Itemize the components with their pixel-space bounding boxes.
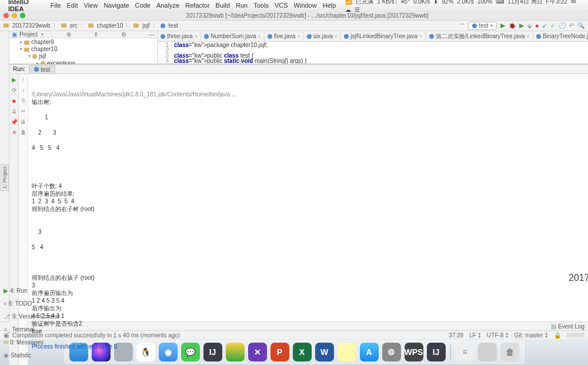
close-tab-icon[interactable]: × — [527, 34, 530, 39]
tree-item[interactable]: ▸chapter9 — [12, 39, 155, 46]
hide-icon[interactable]: — — [149, 31, 155, 38]
menu-vcs[interactable]: VCS — [275, 2, 288, 9]
console-line — [32, 259, 588, 266]
menu-window[interactable]: Window — [294, 2, 317, 9]
tree-item[interactable]: ▾jsjf — [12, 53, 155, 60]
left-tab-0[interactable]: 1: Project — [1, 164, 9, 191]
run-toolbar-button[interactable]: ▶ — [11, 76, 18, 83]
menubar-status-item[interactable]: ⬇ — [433, 0, 438, 5]
git-update-icon[interactable]: ↙ — [542, 22, 547, 29]
settings-icon[interactable]: ⚙ — [121, 31, 126, 38]
profile-icon[interactable]: ⬙ — [527, 22, 532, 29]
app-name[interactable]: IntelliJ IDEA — [8, 0, 45, 12]
git-revert-icon[interactable]: ↶ — [569, 22, 574, 29]
code-area[interactable]: class="kw">package chapter10.jsjf; class… — [172, 42, 588, 63]
menubar-status-item[interactable]: 45° — [401, 0, 410, 5]
breadcrumb-item[interactable]: chapter10 — [97, 22, 123, 29]
editor-tab[interactable]: 第二次实验/LinkedBinaryTree.java× — [426, 31, 533, 41]
run-toolbar-button[interactable]: ⇊ — [11, 108, 18, 115]
editor-tab[interactable]: jsjf\LinkedBinaryTree.java× — [341, 31, 426, 41]
search-icon[interactable]: 🔍 — [577, 22, 584, 29]
breadcrumb-item[interactable]: test — [169, 22, 178, 29]
debug-icon[interactable]: 🐞 — [509, 22, 516, 29]
close-tab-icon[interactable]: × — [335, 34, 338, 39]
left-tool-strip: 1: Project7: Structure2: Favorites — [0, 31, 9, 322]
status-menu-icon[interactable]: ▣ — [4, 332, 9, 339]
close-window-icon[interactable] — [4, 13, 9, 18]
menubar-status-item[interactable]: 1 KB/s↓ — [377, 0, 397, 5]
project-header[interactable]: ▣ Project ▾ ⊕ ⇕ ⚙ — — [9, 31, 157, 38]
menu-code[interactable]: Code — [135, 2, 151, 9]
menubar-status-item[interactable]: 📶 — [345, 0, 352, 5]
build-icon[interactable]: ⌃ — [460, 22, 465, 29]
editor-tab[interactable]: NumberSum.java× — [201, 31, 265, 41]
breadcrumb-item[interactable]: 20172329wwb — [12, 22, 51, 29]
bottom-tool-icon: ▶ — [4, 287, 8, 294]
tree-item[interactable]: ▾chapter10 — [12, 46, 155, 53]
coverage-icon[interactable]: ▶ — [519, 22, 524, 29]
editor-tab[interactable]: six.java× — [304, 31, 342, 41]
tree-arrow-icon[interactable]: ▾ — [20, 46, 22, 53]
menubar-status-item[interactable]: 2.0K/s — [457, 0, 473, 5]
console-output[interactable]: /Library/Java/JavaVirtualMachines/jdk1.8… — [28, 74, 588, 365]
run-tab[interactable]: test — [29, 65, 55, 73]
menu-refactor[interactable]: Refactor — [185, 2, 210, 9]
console-toolbar-button[interactable]: ⎘ — [20, 97, 27, 104]
console-line: 4 5 2 5 4 3 1 — [32, 312, 588, 320]
console-toolbar-button[interactable]: ↵ — [20, 108, 27, 115]
stop-icon[interactable]: ■ — [536, 23, 539, 29]
tab-label: six.java — [313, 33, 333, 39]
menubar-status-item[interactable]: ✉ — [571, 0, 576, 5]
menubar-status-item[interactable]: ⌨ — [496, 0, 504, 5]
menu-help[interactable]: Help — [323, 2, 336, 9]
menubar-status-item[interactable]: 100% — [477, 0, 493, 5]
menu-file[interactable]: File — [51, 2, 61, 9]
close-tab-icon[interactable]: × — [419, 34, 422, 39]
run-toolbar-button[interactable]: ■ — [11, 97, 18, 104]
git-commit-icon[interactable]: ✓ — [550, 22, 555, 29]
menubar-status-item[interactable]: 92% — [442, 0, 453, 5]
close-tab-icon[interactable]: × — [258, 34, 260, 39]
menu-navigate[interactable]: Navigate — [103, 2, 129, 9]
menubar-status-item[interactable]: 已充满 — [356, 0, 373, 5]
run-toolbar-button[interactable]: ✕ — [11, 129, 18, 136]
console-toolbar-button[interactable]: 🖨 — [20, 118, 27, 125]
console-toolbar-button[interactable]: ↓ — [20, 86, 27, 93]
target-icon[interactable]: ⊕ — [66, 31, 71, 38]
menubar-status-item[interactable]: 11月4日 周日 下午3:22 — [507, 0, 567, 5]
run-icon[interactable]: ▶ — [500, 22, 505, 29]
tree-arrow-icon[interactable]: ▸ — [20, 39, 22, 46]
collapse-icon[interactable]: ⇕ — [93, 31, 98, 38]
breadcrumb-separator-icon: 〉 — [80, 22, 86, 30]
run-toolbar-button[interactable]: 📌 — [11, 118, 18, 125]
menu-build[interactable]: Build — [216, 2, 230, 9]
editor-tab[interactable]: BinaryTreeNode.java× — [533, 31, 588, 41]
minimize-window-icon[interactable] — [12, 13, 17, 18]
close-tab-icon[interactable]: × — [297, 34, 300, 39]
console-toolbar-button[interactable]: 🗑 — [20, 129, 27, 136]
zoom-window-icon[interactable] — [20, 13, 25, 18]
run-toolbar-button[interactable]: ⟳ — [11, 86, 18, 93]
close-tab-icon[interactable]: × — [195, 34, 198, 39]
menu-analyze[interactable]: Analyze — [156, 2, 179, 9]
git-history-icon[interactable]: 🕘 — [559, 22, 566, 29]
menubar-status-item[interactable]: 0.0K/s — [413, 0, 430, 5]
menu-run[interactable]: Run — [236, 2, 248, 9]
console-line — [32, 136, 588, 144]
console-line: 2 3 — [32, 129, 588, 136]
console-line — [32, 167, 588, 175]
chevron-down-icon: ▾ — [490, 23, 493, 28]
run-config-select[interactable]: test ▾ — [468, 22, 496, 30]
project-tree[interactable]: ▸chapter9▾chapter10▾jsjf▸exceptions — [9, 38, 157, 68]
breadcrumb[interactable]: 20172329wwb〉src〉chapter10〉jsjf〉test — [4, 22, 178, 30]
editor-tab[interactable]: three.java× — [158, 31, 201, 41]
tree-arrow-icon[interactable]: ▾ — [28, 53, 31, 60]
console-toolbar-button[interactable]: ↑ — [20, 76, 27, 83]
breadcrumb-item[interactable]: jsjf — [142, 22, 149, 29]
editor-tab[interactable]: five.java× — [265, 31, 304, 41]
chevron-down-icon[interactable]: ▾ — [41, 32, 44, 37]
menu-edit[interactable]: Edit — [67, 2, 78, 9]
breadcrumb-item[interactable]: src — [70, 22, 78, 29]
menu-tools[interactable]: Tools — [253, 2, 269, 9]
menu-view[interactable]: View — [84, 2, 98, 9]
